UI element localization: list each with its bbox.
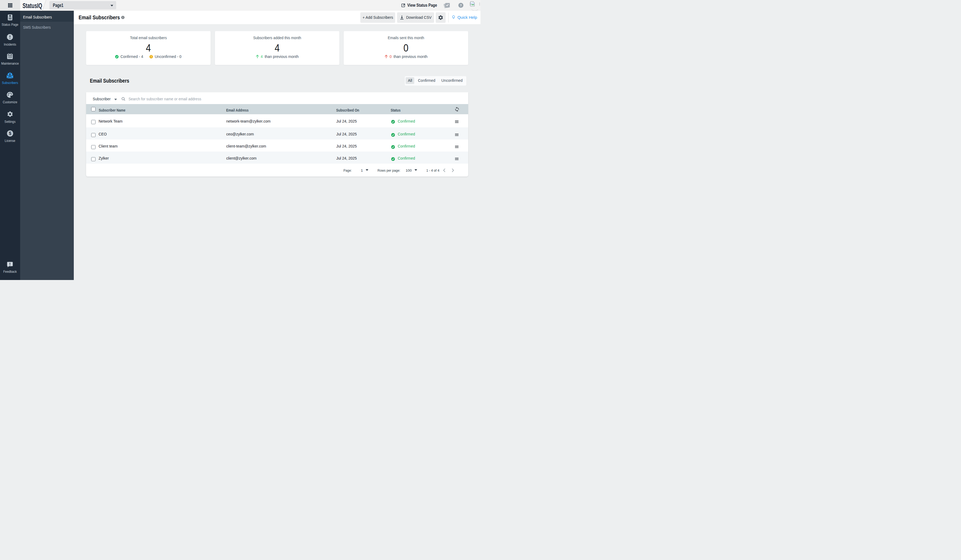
svg-text:?: ? bbox=[460, 3, 462, 7]
svg-text:$: $ bbox=[9, 131, 11, 136]
